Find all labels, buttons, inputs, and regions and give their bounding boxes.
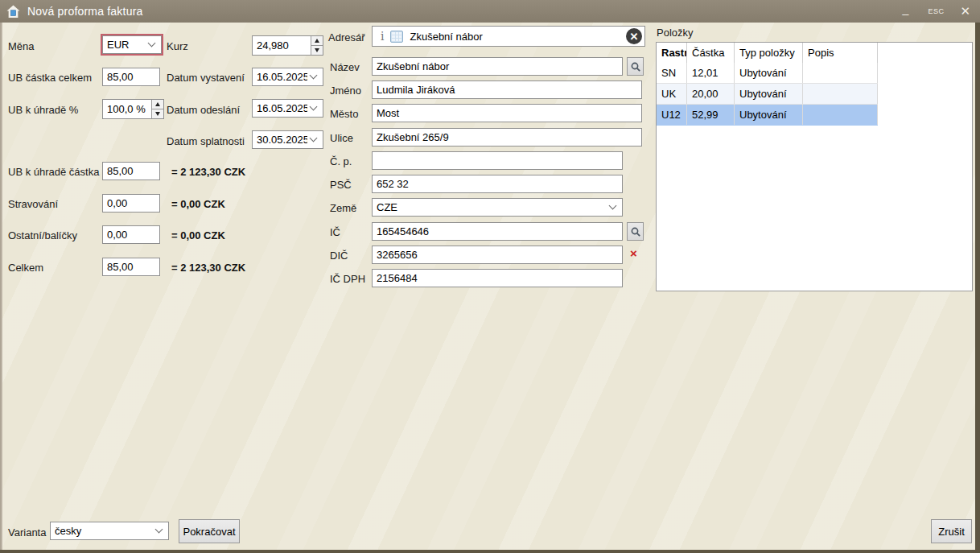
stravovani-label: Stravování bbox=[8, 198, 58, 210]
adresar-label: Adresář bbox=[328, 31, 365, 43]
cp-label: Č. p. bbox=[330, 155, 352, 167]
home-icon bbox=[6, 5, 20, 19]
ostatni-balicky-czk: = 0,00 CZK bbox=[171, 229, 225, 241]
ub-k-uhrade-castka-label: UB k úhradě částka bbox=[8, 166, 99, 178]
psc-input[interactable] bbox=[372, 175, 623, 193]
info-icon: i bbox=[381, 30, 384, 43]
ic-label: IČ bbox=[330, 226, 340, 238]
pokracovat-button[interactable]: Pokračovat bbox=[179, 519, 240, 543]
close-icon[interactable]: ✕ bbox=[958, 4, 972, 19]
datum-odeslani-select[interactable]: 16.05.2025 bbox=[252, 99, 323, 118]
chevron-down-icon bbox=[310, 103, 318, 111]
adresar-field[interactable]: i Zkušební nábor ✕ bbox=[372, 26, 645, 47]
chevron-down-icon bbox=[155, 526, 163, 534]
datum-splatnosti-select[interactable]: 30.05.2025 bbox=[252, 130, 323, 149]
psc-label: PSČ bbox=[330, 179, 352, 191]
dialog-nova-proforma-faktura: Nová proforma faktura _ ESC ✕ Měna EUR K… bbox=[0, 0, 980, 553]
mesto-input[interactable] bbox=[372, 104, 642, 122]
datum-splatnosti-label: Datum splatnosti bbox=[167, 135, 245, 147]
celkem-label: Celkem bbox=[8, 262, 43, 274]
mena-select[interactable]: EUR bbox=[102, 35, 162, 54]
chevron-down-icon bbox=[148, 39, 156, 47]
zeme-label: Země bbox=[330, 202, 356, 214]
stravovani-input[interactable] bbox=[102, 194, 160, 213]
ulice-label: Ulice bbox=[330, 132, 353, 144]
ub-castka-celkem-input[interactable] bbox=[102, 68, 160, 86]
ub-k-uhrade-pct-input[interactable] bbox=[103, 100, 151, 118]
clear-dic-icon[interactable]: × bbox=[630, 246, 637, 260]
window-border-bottom bbox=[0, 550, 980, 553]
search-icon bbox=[630, 226, 641, 237]
ub-k-uhrade-pct-spinner bbox=[102, 99, 164, 119]
window-border-right bbox=[975, 23, 980, 553]
ic-input[interactable] bbox=[372, 222, 623, 241]
spin-down-icon[interactable] bbox=[311, 46, 323, 55]
zeme-select[interactable]: CZE bbox=[372, 198, 623, 217]
datum-odeslani-label: Datum odeslání bbox=[167, 104, 240, 116]
table-row[interactable]: SN 12,01 Ubytování bbox=[657, 63, 878, 84]
search-ic-button[interactable] bbox=[627, 222, 644, 241]
jmeno-label: Jméno bbox=[330, 85, 361, 97]
varianta-select[interactable]: česky bbox=[50, 522, 169, 540]
celkem-input[interactable] bbox=[102, 258, 160, 276]
table-row[interactable]: UK 20,00 Ubytování bbox=[657, 84, 878, 105]
mena-label: Měna bbox=[8, 40, 35, 52]
kurz-label: Kurz bbox=[167, 40, 188, 52]
datum-vystaveni-label: Datum vystavení bbox=[167, 72, 245, 84]
nazev-label: Název bbox=[330, 61, 360, 73]
zrusit-button[interactable]: Zrušit bbox=[931, 519, 972, 543]
dic-label: DIČ bbox=[330, 250, 348, 262]
stravovani-czk: = 0,00 CZK bbox=[171, 198, 225, 210]
search-icon bbox=[630, 61, 641, 72]
ostatni-balicky-input[interactable] bbox=[102, 225, 160, 244]
adresar-value: Zkušební nábor bbox=[410, 31, 626, 43]
spin-up-icon[interactable] bbox=[311, 36, 323, 46]
minimize-button[interactable]: _ bbox=[898, 2, 914, 20]
col-popis[interactable]: Popis bbox=[803, 43, 878, 63]
polozky-table[interactable]: Rastr Částka Typ položky Popis SN 12,01 … bbox=[656, 42, 973, 291]
icdph-input[interactable] bbox=[372, 269, 623, 287]
col-castka[interactable]: Částka bbox=[687, 43, 735, 63]
ub-k-uhrade-castka-czk: = 2 123,30 CZK bbox=[171, 166, 245, 178]
window-title: Nová proforma faktura bbox=[27, 5, 142, 18]
ub-k-uhrade-castka-input[interactable] bbox=[102, 162, 160, 180]
chevron-down-icon bbox=[310, 72, 318, 80]
table-grid-icon bbox=[390, 31, 403, 43]
window-border-left bbox=[0, 23, 2, 551]
kurz-input[interactable] bbox=[253, 36, 311, 55]
col-typ-polozky[interactable]: Typ položky bbox=[735, 43, 803, 63]
table-row[interactable]: U12 52,99 Ubytování bbox=[657, 105, 878, 126]
clear-address-icon[interactable]: ✕ bbox=[626, 28, 642, 44]
cp-input[interactable] bbox=[372, 151, 623, 170]
mesto-label: Město bbox=[330, 108, 358, 120]
search-name-button[interactable] bbox=[627, 57, 644, 76]
titlebar: Nová proforma faktura _ ESC ✕ bbox=[0, 0, 980, 23]
spin-up-icon[interactable] bbox=[152, 100, 163, 109]
datum-vystaveni-select[interactable]: 16.05.2025 bbox=[252, 68, 323, 86]
polozky-title: Položky bbox=[657, 27, 694, 39]
ub-k-uhrade-pct-label: UB k úhradě % bbox=[8, 104, 78, 116]
esc-button[interactable]: ESC bbox=[928, 7, 944, 15]
nazev-input[interactable] bbox=[372, 57, 623, 76]
icdph-label: IČ DPH bbox=[330, 273, 365, 285]
ulice-input[interactable] bbox=[372, 128, 642, 147]
jmeno-input[interactable] bbox=[372, 80, 642, 99]
celkem-czk: = 2 123,30 CZK bbox=[171, 262, 245, 274]
kurz-spinner bbox=[252, 35, 323, 56]
chevron-down-icon bbox=[310, 134, 318, 142]
col-rastr[interactable]: Rastr bbox=[657, 43, 687, 63]
spin-down-icon[interactable] bbox=[152, 109, 163, 118]
table-header-row: Rastr Částka Typ položky Popis bbox=[657, 43, 878, 63]
chevron-down-icon bbox=[609, 202, 617, 210]
ostatni-balicky-label: Ostatní/balíčky bbox=[8, 229, 77, 241]
dic-input[interactable] bbox=[372, 246, 623, 264]
ub-castka-celkem-label: UB částka celkem bbox=[8, 72, 92, 84]
varianta-label: Varianta bbox=[8, 526, 46, 539]
